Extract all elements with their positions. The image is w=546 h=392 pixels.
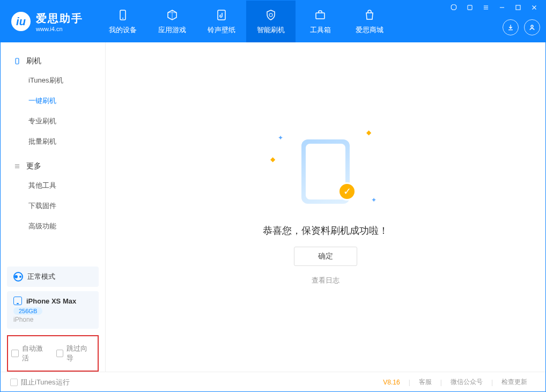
footer-link-wechat[interactable]: 微信公众号	[442, 378, 491, 387]
main-nav: 我的设备 应用游戏 铃声壁纸 智能刷机 工具箱 爱思商城	[98, 1, 394, 42]
success-message: 恭喜您，保资料刷机成功啦！	[263, 224, 388, 237]
sidebar-item-other-tools[interactable]: 其他工具	[1, 175, 105, 196]
checkbox-icon	[56, 350, 64, 357]
menu-icon[interactable]	[480, 3, 492, 14]
header-right	[448, 1, 545, 42]
device-phone-icon	[13, 297, 22, 305]
sidebar: 刷机 iTunes刷机 一键刷机 专业刷机 批量刷机 更多 其他工具 下载固件 …	[1, 42, 106, 372]
checkbox-icon	[11, 350, 19, 357]
phone-illustration: ✓	[301, 139, 350, 204]
user-button[interactable]	[524, 19, 540, 35]
mode-icon	[13, 272, 23, 282]
ok-button[interactable]: 确定	[294, 247, 357, 266]
svg-rect-13	[16, 58, 19, 64]
minimize-button[interactable]	[496, 3, 508, 14]
svg-rect-9	[516, 5, 520, 10]
feedback-icon[interactable]	[448, 3, 460, 14]
logo-area: iu 爱思助手 www.i4.cn	[1, 1, 94, 42]
sidebar-item-itunes-flash[interactable]: iTunes刷机	[1, 70, 105, 91]
version-label: V8.16	[374, 379, 408, 386]
section-title: 刷机	[26, 56, 41, 66]
app-subtitle: www.i4.cn	[36, 26, 83, 32]
svg-rect-4	[468, 5, 472, 10]
block-itunes-checkbox[interactable]: 阻止iTunes运行	[10, 378, 70, 387]
download-button[interactable]	[503, 19, 519, 35]
app-title: 爱思助手	[36, 11, 83, 26]
nav-flash[interactable]: 智能刷机	[246, 1, 296, 42]
footer: 阻止iTunes运行 V8.16 | 客服 | 微信公众号 | 检查更新	[1, 372, 545, 392]
svg-rect-2	[218, 10, 225, 20]
sidebar-item-pro-flash[interactable]: 专业刷机	[1, 111, 105, 131]
main-content: ✦ ◆ ◆ ✦ ✓ 恭喜您，保资料刷机成功啦！ 确定 查看日志	[106, 42, 545, 372]
device-card[interactable]: iPhone XS Max 256GB iPhone	[7, 291, 99, 329]
sidebar-section-more: 更多	[1, 157, 105, 175]
svg-rect-3	[316, 13, 324, 19]
sparkle-icon: ◆	[270, 156, 275, 163]
app-logo-icon: iu	[11, 12, 31, 31]
highlighted-checkbox-area: 自动激活 跳过向导	[7, 335, 99, 372]
nav-label: 工具箱	[310, 25, 331, 35]
maximize-button[interactable]	[512, 3, 524, 14]
nav-ringtone[interactable]: 铃声壁纸	[197, 1, 246, 42]
nav-apps[interactable]: 应用游戏	[147, 1, 197, 42]
nav-label: 铃声壁纸	[208, 25, 235, 35]
phone-icon	[116, 9, 129, 23]
app-header: iu 爱思助手 www.i4.cn 我的设备 应用游戏 铃声壁纸 智能刷机 工具…	[1, 1, 545, 42]
shield-refresh-icon	[264, 9, 277, 23]
footer-link-update[interactable]: 检查更新	[493, 378, 536, 387]
skip-guide-checkbox[interactable]: 跳过向导	[56, 344, 95, 363]
nav-label: 我的设备	[109, 25, 137, 35]
sidebar-item-advanced[interactable]: 高级功能	[1, 216, 105, 236]
sparkle-icon: ◆	[366, 129, 371, 136]
nav-label: 智能刷机	[257, 25, 285, 35]
success-check-icon: ✓	[338, 182, 356, 201]
music-file-icon	[215, 9, 228, 23]
checkbox-label: 自动激活	[22, 344, 50, 363]
checkbox-label: 阻止iTunes运行	[21, 378, 70, 387]
cube-icon	[166, 9, 179, 23]
sparkle-icon: ✦	[371, 196, 377, 204]
sparkle-icon: ✦	[278, 134, 283, 142]
section-title: 更多	[26, 161, 41, 171]
list-icon	[13, 162, 21, 170]
nav-my-device[interactable]: 我的设备	[98, 1, 147, 42]
window-controls	[448, 3, 540, 14]
mode-label: 正常模式	[27, 272, 55, 282]
nav-label: 应用游戏	[158, 25, 186, 35]
bag-icon	[363, 9, 376, 23]
close-button[interactable]	[528, 3, 540, 14]
auto-activate-checkbox[interactable]: 自动激活	[11, 344, 50, 363]
phone-outline-icon	[13, 57, 21, 65]
storage-badge: 256GB	[13, 307, 42, 315]
sidebar-item-batch-flash[interactable]: 批量刷机	[1, 131, 105, 152]
nav-store[interactable]: 爱思商城	[345, 1, 394, 42]
nav-label: 爱思商城	[356, 25, 383, 35]
briefcase-icon	[314, 9, 327, 23]
device-name: iPhone XS Max	[26, 297, 76, 305]
checkbox-label: 跳过向导	[67, 344, 94, 363]
footer-link-support[interactable]: 客服	[410, 378, 440, 387]
skin-icon[interactable]	[464, 3, 476, 14]
sidebar-item-oneclick-flash[interactable]: 一键刷机	[1, 91, 105, 111]
view-log-link[interactable]: 查看日志	[312, 276, 340, 285]
nav-toolbox[interactable]: 工具箱	[296, 1, 345, 42]
sidebar-section-flash: 刷机	[1, 52, 105, 70]
device-type: iPhone	[13, 316, 92, 323]
checkbox-icon	[10, 379, 18, 386]
sidebar-item-download-firmware[interactable]: 下载固件	[1, 196, 105, 216]
mode-card[interactable]: 正常模式	[7, 267, 99, 287]
svg-point-12	[531, 25, 533, 27]
